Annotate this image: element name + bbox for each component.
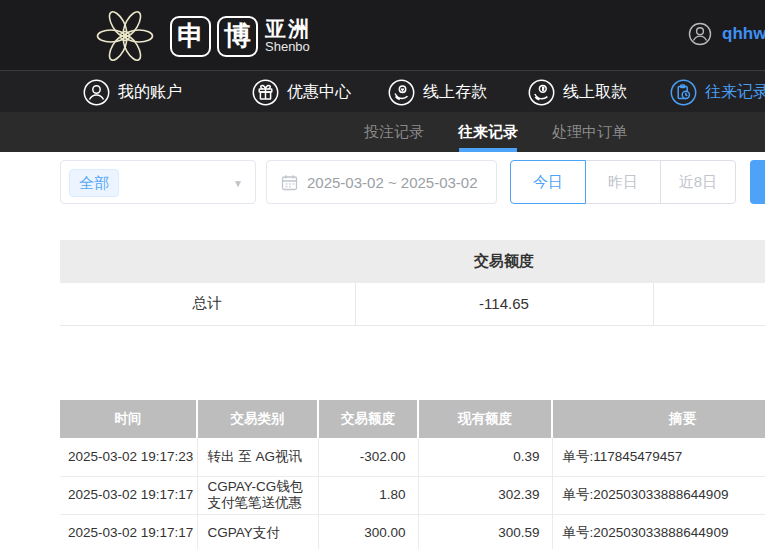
tab-pending-orders[interactable]: 处理中订单: [552, 112, 627, 152]
summary-header-row: 交易额度: [60, 240, 765, 283]
date-range-input[interactable]: 2025-03-02 ~ 2025-03-02: [266, 160, 497, 204]
summary-header-empty: [653, 240, 765, 283]
transaction-records-page: 申 博 亚洲 Shenbo qhhw: [0, 0, 765, 549]
yesterday-button[interactable]: 昨日: [585, 160, 661, 204]
date-range-value: 2025-03-02 ~ 2025-03-02: [307, 174, 478, 191]
records-icon: [670, 79, 697, 106]
nav-item-promotions[interactable]: 优惠中心: [252, 71, 351, 113]
col-time: 时间: [60, 400, 197, 438]
col-type: 交易类别: [197, 400, 318, 438]
cell-amount: -302.00: [318, 438, 418, 476]
nav-label: 往来记录: [705, 82, 765, 103]
username[interactable]: qhhw: [722, 24, 765, 44]
summary-total-row: 总计 -114.65: [60, 283, 765, 325]
nav-item-online-withdraw[interactable]: 线上取款: [528, 71, 627, 113]
cell-type: CGPAY支付: [197, 514, 318, 549]
summary-table: 交易额度 总计 -114.65: [60, 240, 765, 326]
table-row: 2025-03-02 19:17:17 CGPAY支付 300.00 300.5…: [60, 514, 765, 549]
nav-label: 线上取款: [563, 82, 627, 103]
cell-type: CGPAY-CG钱包支付笔笔送优惠: [197, 476, 318, 514]
summary-empty-cell: [653, 283, 765, 325]
cell-balance: 0.39: [418, 438, 552, 476]
cell-summary: 单号:202503033888644909: [552, 476, 765, 514]
account-icon: [83, 79, 110, 106]
nav-item-transaction-records[interactable]: 往来记录: [670, 71, 765, 113]
brand-suffix-zh: 亚洲: [265, 18, 311, 40]
tab-bet-records[interactable]: 投注记录: [364, 112, 424, 152]
user-account[interactable]: qhhw: [688, 22, 765, 46]
nav-label: 线上存款: [423, 82, 487, 103]
last-8-days-button[interactable]: 近8日: [660, 160, 736, 204]
cell-time: 2025-03-02 19:17:17: [60, 514, 197, 549]
brand-suffix-en: Shenbo: [265, 40, 311, 54]
type-select[interactable]: 全部 ▼: [60, 160, 256, 204]
summary-total-value: -114.65: [355, 283, 653, 325]
withdraw-icon: [528, 79, 555, 106]
nav-label: 我的账户: [118, 82, 182, 103]
promo-icon: [252, 79, 279, 106]
nav-item-online-deposit[interactable]: 线上存款: [388, 71, 487, 113]
top-header: 申 博 亚洲 Shenbo qhhw: [0, 0, 765, 70]
col-balance: 现有额度: [418, 400, 552, 438]
cell-balance: 300.59: [418, 514, 552, 549]
sub-tabs-bar: 投注记录 往来记录 处理中订单: [0, 112, 765, 152]
brand-char-box: 博: [217, 16, 258, 57]
brand-logo[interactable]: 申 博 亚洲 Shenbo: [86, 4, 311, 68]
col-amount: 交易额度: [318, 400, 418, 438]
records-table: 时间 交易类别 交易额度 现有额度 摘要 2025-03-02 19:17:23…: [60, 400, 765, 549]
today-button[interactable]: 今日: [510, 160, 586, 204]
cell-summary: 单号:202503033888644909: [552, 514, 765, 549]
calendar-icon: [281, 174, 298, 191]
table-row: 2025-03-02 19:17:23 转出 至 AG视讯 -302.00 0.…: [60, 438, 765, 476]
chevron-down-icon: ▼: [233, 178, 243, 189]
col-summary: 摘要: [552, 400, 765, 438]
summary-header-amount: 交易额度: [355, 240, 653, 283]
nav-item-my-account[interactable]: 我的账户: [83, 71, 182, 113]
flower-logo-icon: [86, 4, 164, 68]
main-nav: 我的账户 优惠中心 线上存款: [0, 70, 765, 112]
cell-time: 2025-03-02 19:17:17: [60, 476, 197, 514]
cell-type: 转出 至 AG视讯: [197, 438, 318, 476]
cell-amount: 1.80: [318, 476, 418, 514]
records-header-row: 时间 交易类别 交易额度 现有额度 摘要: [60, 400, 765, 438]
cell-amount: 300.00: [318, 514, 418, 549]
search-button[interactable]: [750, 160, 765, 204]
cell-summary: 单号:117845479457: [552, 438, 765, 476]
table-row: 2025-03-02 19:17:17 CGPAY-CG钱包支付笔笔送优惠 1.…: [60, 476, 765, 514]
type-select-value[interactable]: 全部: [69, 169, 119, 197]
tab-transaction-records[interactable]: 往来记录: [458, 112, 518, 152]
nav-label: 优惠中心: [287, 82, 351, 103]
deposit-icon: [388, 79, 415, 106]
quick-date-button-group: 今日 昨日 近8日: [510, 160, 736, 204]
cell-time: 2025-03-02 19:17:23: [60, 438, 197, 476]
summary-total-label: 总计: [60, 283, 355, 325]
cell-balance: 302.39: [418, 476, 552, 514]
summary-header-empty: [60, 240, 355, 283]
brand-char-box: 申: [170, 16, 211, 57]
user-avatar-icon: [688, 22, 712, 46]
